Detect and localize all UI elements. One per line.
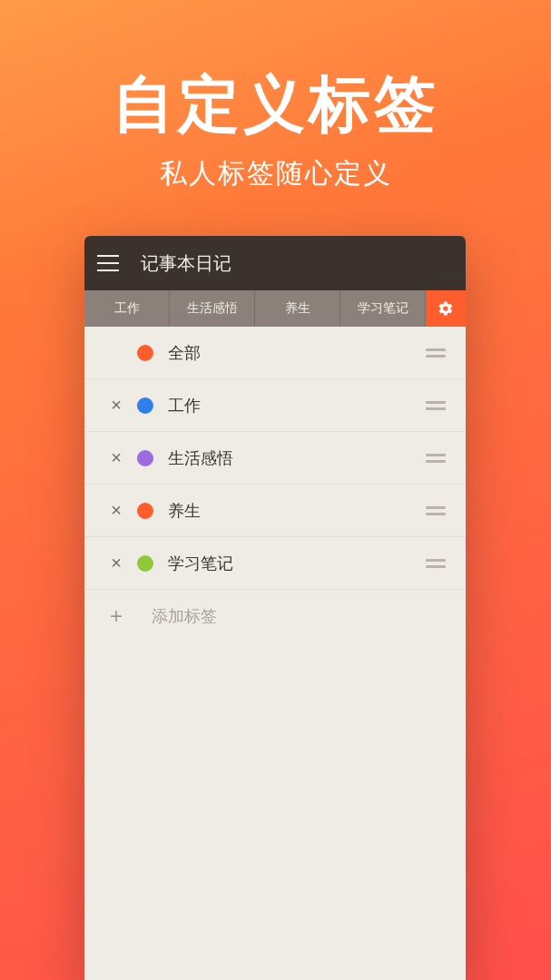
tag-color-dot xyxy=(137,450,153,466)
delete-tag-button[interactable]: × xyxy=(103,447,130,468)
tag-color-dot xyxy=(137,503,153,519)
tag-color-dot xyxy=(137,345,153,361)
tag-color-dot xyxy=(137,397,153,414)
promo-background: 自定义标签 私人标签随心定义 记事本日记 工作 生活感悟 养生 学习笔记 × xyxy=(0,0,551,980)
tag-label: 工作 xyxy=(168,395,420,416)
tag-color-dot xyxy=(137,555,153,572)
tag-list: × 全部 × 工作 × 生活感悟 × 养生 xyxy=(84,327,466,642)
tag-row-life: × 生活感悟 xyxy=(84,432,466,485)
app-title: 记事本日记 xyxy=(141,251,231,276)
tab-work[interactable]: 工作 xyxy=(84,290,170,327)
drag-handle-icon[interactable] xyxy=(420,506,446,515)
tab-health[interactable]: 养生 xyxy=(255,290,340,327)
tab-study[interactable]: 学习笔记 xyxy=(340,290,426,327)
delete-tag-button[interactable]: × xyxy=(103,395,130,416)
tag-row-study: × 学习笔记 xyxy=(84,537,466,590)
tag-row-health: × 养生 xyxy=(84,485,466,537)
tag-label: 全部 xyxy=(168,342,420,364)
add-tag-label: 添加标签 xyxy=(152,605,217,627)
hero-title: 自定义标签 xyxy=(0,0,551,146)
gear-icon xyxy=(438,300,454,317)
tag-row-all: × 全部 xyxy=(84,327,466,379)
drag-handle-icon[interactable] xyxy=(420,401,446,410)
drag-handle-icon[interactable] xyxy=(420,348,446,358)
tag-row-work: × 工作 xyxy=(84,379,466,432)
phone-frame: 记事本日记 工作 生活感悟 养生 学习笔记 × 全部 × xyxy=(84,236,466,980)
hero-subtitle: 私人标签随心定义 xyxy=(0,155,551,192)
tag-label: 学习笔记 xyxy=(168,553,420,574)
tab-bar: 工作 生活感悟 养生 学习笔记 xyxy=(84,290,466,327)
add-tag-row[interactable]: + 添加标签 xyxy=(84,590,466,642)
tab-settings-button[interactable] xyxy=(426,290,466,327)
drag-handle-icon[interactable] xyxy=(420,559,446,568)
tag-label: 养生 xyxy=(168,500,420,522)
tag-label: 生活感悟 xyxy=(168,447,420,469)
plus-icon: + xyxy=(103,603,130,629)
drag-handle-icon[interactable] xyxy=(420,454,446,463)
menu-icon[interactable] xyxy=(97,250,123,276)
tab-life[interactable]: 生活感悟 xyxy=(170,290,255,327)
delete-tag-button[interactable]: × xyxy=(103,553,130,573)
delete-tag-button[interactable]: × xyxy=(103,500,130,521)
app-titlebar: 记事本日记 xyxy=(84,236,466,290)
